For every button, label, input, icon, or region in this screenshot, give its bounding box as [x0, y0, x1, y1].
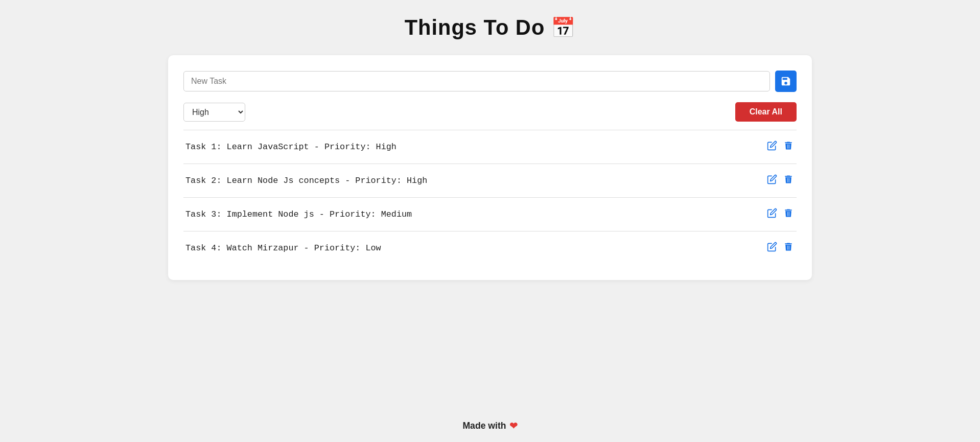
delete-button[interactable]: [782, 139, 795, 154]
edit-icon: [767, 174, 777, 187]
task-actions: [766, 139, 795, 154]
task-item: Task 4: Watch Mirzapur - Priority: Low: [183, 231, 797, 265]
heart-icon: ❤: [509, 420, 518, 432]
delete-button[interactable]: [782, 241, 795, 255]
delete-button[interactable]: [782, 207, 795, 222]
task-text: Task 1: Learn JavaScript - Priority: Hig…: [185, 142, 396, 152]
calendar-icon: 📅: [551, 16, 575, 39]
trash-icon: [783, 208, 794, 221]
save-button[interactable]: [775, 71, 797, 92]
input-row: [183, 71, 797, 92]
task-actions: [766, 241, 795, 255]
delete-button[interactable]: [782, 173, 795, 188]
page-title-area: Things To Do 📅: [405, 15, 576, 40]
controls-row: High Medium Low Clear All: [183, 102, 797, 122]
edit-button[interactable]: [766, 207, 778, 222]
new-task-input[interactable]: [183, 71, 770, 91]
clear-all-button[interactable]: Clear All: [735, 102, 797, 122]
task-actions: [766, 207, 795, 222]
task-text: Task 3: Implement Node js - Priority: Me…: [185, 210, 412, 219]
task-actions: [766, 173, 795, 188]
main-card: High Medium Low Clear All Task 1: Learn …: [168, 55, 812, 280]
trash-icon: [783, 141, 794, 153]
task-item: Task 2: Learn Node Js concepts - Priorit…: [183, 164, 797, 198]
edit-icon: [767, 242, 777, 254]
trash-icon: [783, 242, 794, 254]
task-text: Task 2: Learn Node Js concepts - Priorit…: [185, 176, 427, 185]
footer-text: Made with: [462, 421, 506, 431]
edit-icon: [767, 141, 777, 153]
task-list: Task 1: Learn JavaScript - Priority: Hig…: [183, 130, 797, 265]
edit-button[interactable]: [766, 173, 778, 188]
edit-icon: [767, 208, 777, 221]
task-text: Task 4: Watch Mirzapur - Priority: Low: [185, 243, 381, 253]
trash-icon: [783, 174, 794, 187]
task-item: Task 3: Implement Node js - Priority: Me…: [183, 198, 797, 231]
task-item: Task 1: Learn JavaScript - Priority: Hig…: [183, 130, 797, 164]
save-icon: [780, 76, 791, 87]
footer: Made with ❤: [462, 405, 517, 442]
priority-select[interactable]: High Medium Low: [183, 103, 245, 122]
page-title: Things To Do: [405, 15, 545, 40]
edit-button[interactable]: [766, 139, 778, 154]
edit-button[interactable]: [766, 241, 778, 255]
